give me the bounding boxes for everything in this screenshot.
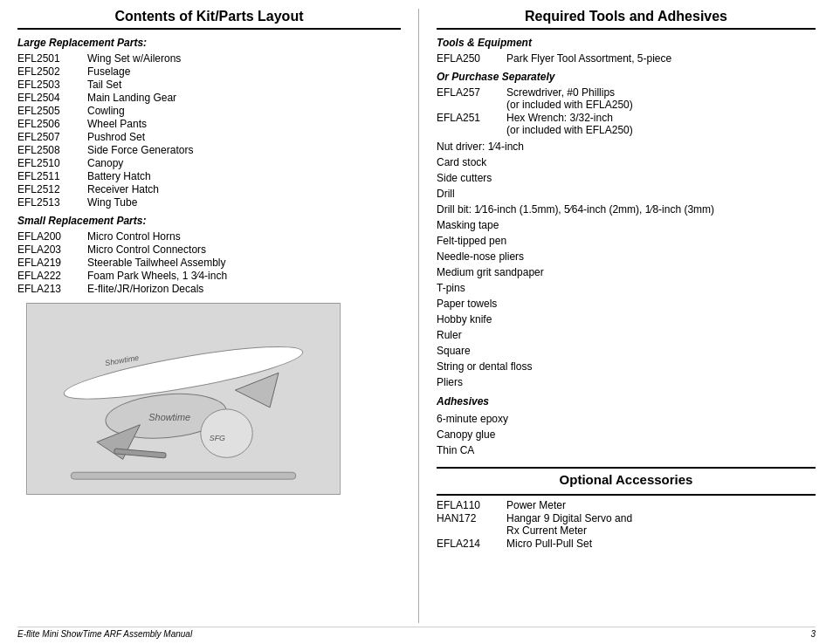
part-code: EFL2502 bbox=[17, 65, 87, 79]
table-row: EFLA257Screwdriver, #0 Phillips(or inclu… bbox=[437, 86, 816, 112]
table-row: EFLA250Park Flyer Tool Assortment, 5-pie… bbox=[437, 52, 816, 65]
part-desc: E-flite/JR/Horizon Decals bbox=[87, 283, 401, 296]
list-item: Needle-nose pliers bbox=[437, 249, 816, 264]
tool-desc: Hex Wrench: 3/32-inch(or included with E… bbox=[506, 112, 816, 137]
opt-desc: Micro Pull-Pull Set bbox=[506, 538, 816, 551]
adhesives-list: 6-minute epoxyCanopy glueThin CA bbox=[437, 411, 816, 458]
part-code: EFLA219 bbox=[17, 257, 87, 270]
part-desc: Tail Set bbox=[87, 79, 401, 92]
part-desc: Canopy bbox=[87, 157, 401, 170]
optional-divider bbox=[437, 467, 816, 469]
table-row: EFL2501Wing Set w/Ailerons bbox=[17, 52, 401, 65]
small-parts-table: EFLA200Micro Control HornsEFLA203Micro C… bbox=[17, 230, 401, 296]
part-code: EFL2510 bbox=[17, 157, 87, 170]
table-row: EFL2508Side Force Generators bbox=[17, 144, 401, 157]
list-item: Card stock bbox=[437, 154, 816, 170]
table-row: EFLA214Micro Pull-Pull Set bbox=[437, 538, 816, 551]
part-desc: Cowling bbox=[87, 105, 401, 118]
table-row: EFLA219Steerable Tailwheel Assembly bbox=[17, 257, 401, 270]
table-row: EFL2506Wheel Pants bbox=[17, 118, 401, 131]
list-item: String or dental floss bbox=[437, 359, 816, 374]
table-row: HAN172Hangar 9 Digital Servo andRx Curre… bbox=[437, 512, 816, 538]
part-desc: Fuselage bbox=[87, 65, 401, 79]
part-desc: Foam Park Wheels, 1 3⁄4-inch bbox=[87, 270, 401, 283]
table-row: EFL2502Fuselage bbox=[17, 65, 401, 79]
part-code: EFL2507 bbox=[17, 131, 87, 144]
svg-text:SFG: SFG bbox=[210, 434, 225, 442]
table-row: EFL2504Main Landing Gear bbox=[17, 92, 401, 105]
left-section-title: Contents of Kit/Parts Layout bbox=[17, 9, 401, 30]
footer-left: E-flite Mini ShowTime ARF Assembly Manua… bbox=[17, 629, 192, 639]
tools-equipment-table: EFLA250Park Flyer Tool Assortment, 5-pie… bbox=[437, 52, 816, 65]
or-purchase-table: EFLA257Screwdriver, #0 Phillips(or inclu… bbox=[437, 86, 816, 137]
part-desc: Receiver Hatch bbox=[87, 183, 401, 196]
optional-table: EFLA110Power MeterHAN172Hangar 9 Digital… bbox=[437, 499, 816, 551]
list-item: Nut driver: 1⁄4-inch bbox=[437, 139, 816, 154]
adhesives-heading: Adhesives bbox=[437, 395, 816, 408]
tool-code: EFLA250 bbox=[437, 52, 506, 65]
table-row: EFL2511Battery Hatch bbox=[17, 170, 401, 183]
part-code: EFL2505 bbox=[17, 105, 87, 118]
list-item: Ruler bbox=[437, 327, 816, 343]
opt-code: EFLA110 bbox=[437, 499, 506, 512]
tools-equipment-heading: Tools & Equipment bbox=[437, 37, 816, 49]
table-row: EFLA203Micro Control Connectors bbox=[17, 243, 401, 257]
part-desc: Main Landing Gear bbox=[87, 92, 401, 105]
general-tools-list: Nut driver: 1⁄4-inchCard stockSide cutte… bbox=[437, 139, 816, 390]
part-code: EFLA213 bbox=[17, 283, 87, 296]
small-parts-heading: Small Replacement Parts: bbox=[17, 215, 401, 227]
table-row: EFL2513Wing Tube bbox=[17, 196, 401, 209]
list-item: Paper towels bbox=[437, 296, 816, 312]
table-row: EFL2507Pushrod Set bbox=[17, 131, 401, 144]
footer: E-flite Mini ShowTime ARF Assembly Manua… bbox=[17, 627, 816, 639]
optional-section: Optional Accessories EFLA110Power MeterH… bbox=[437, 467, 816, 551]
list-item: Masking tape bbox=[437, 217, 816, 233]
optional-title: Optional Accessories bbox=[437, 472, 816, 490]
table-row: EFLA222Foam Park Wheels, 1 3⁄4-inch bbox=[17, 270, 401, 283]
table-row: EFLA200Micro Control Horns bbox=[17, 230, 401, 243]
right-section-title: Required Tools and Adhesives bbox=[437, 9, 816, 30]
list-item: Pliers bbox=[437, 374, 816, 390]
tool-desc: Screwdriver, #0 Phillips(or included wit… bbox=[506, 86, 816, 112]
opt-desc: Power Meter bbox=[506, 499, 816, 512]
list-item: Felt-tipped pen bbox=[437, 233, 816, 249]
part-code: EFL2512 bbox=[17, 183, 87, 196]
table-row: EFLA213E-flite/JR/Horizon Decals bbox=[17, 283, 401, 296]
list-item: Canopy glue bbox=[437, 427, 816, 442]
list-item: Thin CA bbox=[437, 442, 816, 458]
part-code: EFLA200 bbox=[17, 230, 87, 243]
opt-code: EFLA214 bbox=[437, 538, 506, 551]
kit-parts-image: Showtime SFG Showtime bbox=[26, 303, 341, 495]
svg-rect-7 bbox=[71, 472, 296, 479]
part-code: EFL2513 bbox=[17, 196, 87, 209]
table-row: EFLA110Power Meter bbox=[437, 499, 816, 512]
large-parts-heading: Large Replacement Parts: bbox=[17, 37, 401, 49]
table-row: EFLA251Hex Wrench: 3/32-inch(or included… bbox=[437, 112, 816, 137]
tool-code: EFLA257 bbox=[437, 86, 506, 112]
list-item: Square bbox=[437, 343, 816, 359]
list-item: Medium grit sandpaper bbox=[437, 264, 816, 280]
opt-code: HAN172 bbox=[437, 512, 506, 538]
large-parts-table: EFL2501Wing Set w/AileronsEFL2502Fuselag… bbox=[17, 52, 401, 209]
svg-point-5 bbox=[201, 409, 252, 457]
list-item: T-pins bbox=[437, 280, 816, 296]
or-purchase-heading: Or Purchase Separately bbox=[437, 71, 816, 83]
part-desc: Micro Control Horns bbox=[87, 230, 401, 243]
table-row: EFL2503Tail Set bbox=[17, 79, 401, 92]
tool-desc: Park Flyer Tool Assortment, 5-piece bbox=[506, 52, 816, 65]
part-code: EFL2504 bbox=[17, 92, 87, 105]
list-item: 6-minute epoxy bbox=[437, 411, 816, 427]
part-desc: Pushrod Set bbox=[87, 131, 401, 144]
part-desc: Battery Hatch bbox=[87, 170, 401, 183]
part-desc: Micro Control Connectors bbox=[87, 243, 401, 257]
optional-divider2 bbox=[437, 494, 816, 496]
part-desc: Side Force Generators bbox=[87, 144, 401, 157]
svg-text:Showtime: Showtime bbox=[148, 412, 190, 422]
part-desc: Steerable Tailwheel Assembly bbox=[87, 257, 401, 270]
part-code: EFLA203 bbox=[17, 243, 87, 257]
part-code: EFL2511 bbox=[17, 170, 87, 183]
footer-right: 3 bbox=[810, 629, 816, 639]
part-code: EFLA222 bbox=[17, 270, 87, 283]
part-code: EFL2503 bbox=[17, 79, 87, 92]
list-item: Drill bit: 1⁄16-inch (1.5mm), 5⁄64-inch … bbox=[437, 202, 816, 217]
